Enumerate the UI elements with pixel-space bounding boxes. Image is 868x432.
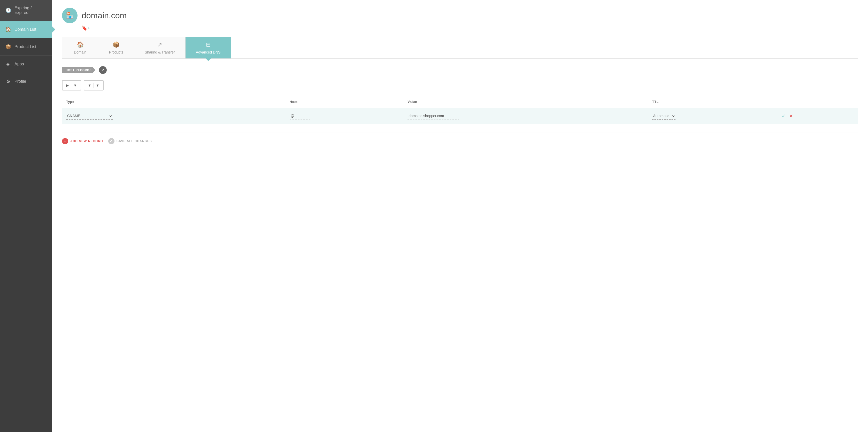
tab-label-domain: Domain xyxy=(74,50,86,54)
sidebar-label-expiring: Expiring / Expired xyxy=(14,6,46,15)
sidebar: 🕐 Expiring / Expired 🏠 Domain List 📦 Pro… xyxy=(0,0,52,432)
record-host-input[interactable] xyxy=(290,113,310,119)
sidebar-item-domain-list[interactable]: 🏠 Domain List xyxy=(0,21,52,38)
sidebar-label-profile: Profile xyxy=(14,79,26,84)
record-confirm-icon[interactable]: ✓ xyxy=(782,113,785,119)
header-row: TypeHostValueTTL xyxy=(62,96,858,108)
domain-list-icon: 🏠 xyxy=(5,27,11,32)
divider xyxy=(71,83,71,88)
dns-table: TypeHostValueTTL CNAMEAAAAAMXTXTNSAutoma… xyxy=(62,96,858,125)
record-value-input[interactable] xyxy=(407,113,459,119)
sidebar-item-profile[interactable]: ⚙ Profile xyxy=(0,73,52,90)
tab-advanced-dns[interactable]: ⊟ Advanced DNS xyxy=(186,37,231,58)
col-header-type: Type xyxy=(62,96,285,108)
record-type-cell: CNAMEAAAAAMXTXTNS xyxy=(62,108,285,124)
bottom-actions: + ADD NEW RECORD ✓ SAVE ALL CHANGES xyxy=(62,133,858,144)
filter-icon: ▼ xyxy=(88,83,91,87)
add-record-button[interactable]: + ADD NEW RECORD xyxy=(62,138,103,144)
tab-products[interactable]: 📦 Products xyxy=(98,37,134,58)
tab-sharing[interactable]: ↗ Sharing & Transfer xyxy=(134,37,186,58)
sidebar-label-domain-list: Domain List xyxy=(14,27,36,32)
profile-icon: ⚙ xyxy=(5,79,11,84)
save-changes-label: SAVE ALL CHANGES xyxy=(117,139,152,143)
add-icon[interactable]: 🔖+ xyxy=(82,26,90,31)
tab-icon-domain: 🏠 xyxy=(77,41,84,48)
domain-title: domain.com xyxy=(82,11,127,21)
sidebar-item-expiring[interactable]: 🕐 Expiring / Expired xyxy=(0,0,52,21)
record-actions-cell: ✓ ✕ xyxy=(778,108,858,124)
tab-label-products: Products xyxy=(109,50,123,54)
host-records-badge: HOST RECORDS xyxy=(62,67,95,73)
record-ttl-select[interactable]: Automatic1 min5 min30 min1 hour6 hours12… xyxy=(652,112,676,120)
save-changes-button[interactable]: ✓ SAVE ALL CHANGES xyxy=(108,138,152,144)
col-header-value: Value xyxy=(403,96,648,108)
domain-avatar: 🏪 xyxy=(62,8,78,23)
product-list-icon: 📦 xyxy=(5,44,11,50)
table-row: CNAMEAAAAAMXTXTNSAutomatic1 min5 min30 m… xyxy=(62,108,858,124)
table-body: CNAMEAAAAAMXTXTNSAutomatic1 min5 min30 m… xyxy=(62,108,858,124)
record-host-cell xyxy=(285,108,404,124)
record-type-select[interactable]: CNAMEAAAAAMXTXTNS xyxy=(66,112,113,120)
play-button[interactable]: ▶ ▼ xyxy=(62,80,81,90)
record-value-cell xyxy=(403,108,648,124)
add-record-label: ADD NEW RECORD xyxy=(70,139,103,143)
domain-subtitle: 🔖+ xyxy=(82,25,858,31)
sidebar-item-product-list[interactable]: 📦 Product List xyxy=(0,38,52,56)
main-content: 🏪 domain.com 🔖+ 🏠 Domain 📦 Products ↗ Sh… xyxy=(52,0,868,432)
tab-label-advanced-dns: Advanced DNS xyxy=(196,50,221,54)
tab-icon-advanced-dns: ⊟ xyxy=(206,41,211,48)
play-chevron: ▼ xyxy=(73,83,77,87)
sidebar-item-apps[interactable]: ◈ Apps xyxy=(0,56,52,73)
domain-header: 🏪 domain.com xyxy=(62,8,858,23)
record-delete-icon[interactable]: ✕ xyxy=(789,113,793,119)
expiring-icon: 🕐 xyxy=(5,7,11,13)
sidebar-label-apps: Apps xyxy=(14,62,24,66)
apps-icon: ◈ xyxy=(5,61,11,67)
controls-bar: ▶ ▼ ▼ ▼ xyxy=(62,80,858,90)
help-button[interactable]: ? xyxy=(99,66,107,74)
tab-domain[interactable]: 🏠 Domain xyxy=(62,37,98,58)
save-icon: ✓ xyxy=(108,138,115,144)
tab-label-sharing: Sharing & Transfer xyxy=(145,50,175,54)
col-header-host: Host xyxy=(285,96,404,108)
sidebar-label-product-list: Product List xyxy=(14,45,36,49)
host-records-header: HOST RECORDS ? xyxy=(62,66,858,74)
col-header-actions xyxy=(778,96,858,108)
tab-icon-sharing: ↗ xyxy=(157,41,162,48)
tabs-container: 🏠 Domain 📦 Products ↗ Sharing & Transfer… xyxy=(62,37,858,59)
add-record-icon: + xyxy=(62,138,68,144)
table-header: TypeHostValueTTL xyxy=(62,96,858,108)
filter-button[interactable]: ▼ ▼ xyxy=(84,80,104,90)
play-icon: ▶ xyxy=(66,83,69,87)
record-ttl-cell: Automatic1 min5 min30 min1 hour6 hours12… xyxy=(648,108,778,124)
col-header-ttl: TTL xyxy=(648,96,778,108)
filter-chevron: ▼ xyxy=(96,83,99,87)
tab-icon-products: 📦 xyxy=(113,41,120,48)
